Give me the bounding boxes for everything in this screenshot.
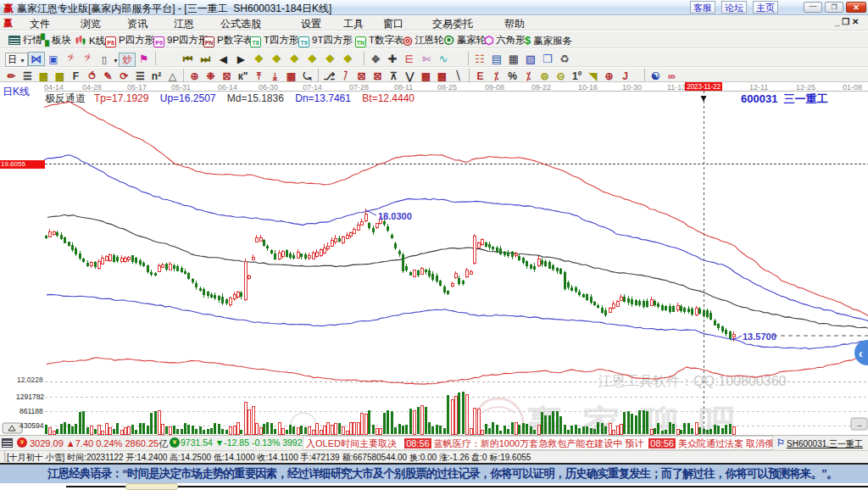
svg-text:‹: ‹ <box>859 347 863 360</box>
svg-text:→: → <box>855 420 863 429</box>
